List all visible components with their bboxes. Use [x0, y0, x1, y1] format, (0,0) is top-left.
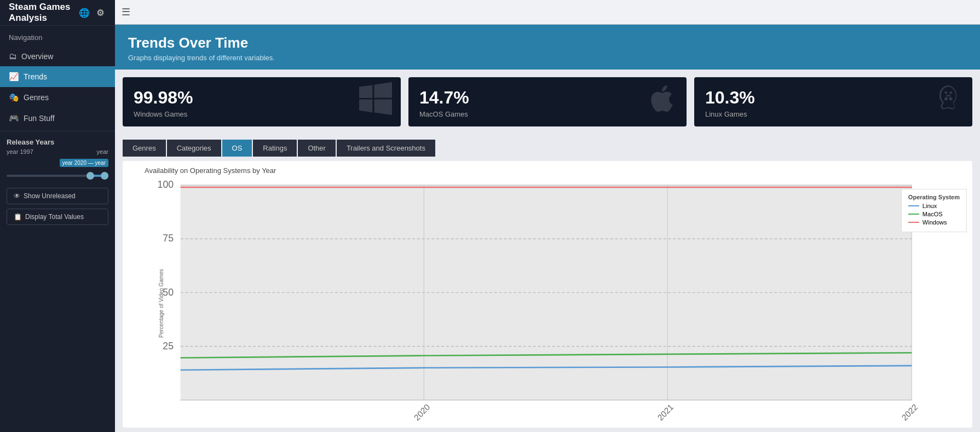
release-years-section: Release Years year 1997 year year 2020 —… [0, 131, 115, 186]
legend-label-macos: MacOS [923, 211, 943, 217]
stat-card-macos: 14.7% MacOS Games [408, 77, 687, 126]
settings-icon[interactable]: ⚙ [96, 8, 104, 18]
range-track [7, 175, 108, 177]
chart-svg: 100 75 50 25 2020 202 [139, 178, 967, 428]
stat-linux-info: 10.3% Linux Games [705, 88, 755, 118]
genres-icon: 🎭 [9, 93, 19, 102]
app-title: Steam Games Analysis 🌐 ⚙ [0, 0, 115, 26]
trends-icon: 📈 [9, 72, 19, 82]
linux-icon [932, 83, 964, 121]
legend-line-windows [908, 222, 919, 223]
tab-os[interactable]: OS [222, 140, 252, 157]
legend-label-windows: Windows [923, 219, 947, 226]
sidebar-item-trends-label: Trends [24, 72, 47, 81]
release-years-title: Release Years [7, 138, 108, 146]
show-unreleased-icon: 👁 [14, 192, 20, 200]
show-unreleased-button[interactable]: 👁 Show Unreleased [7, 188, 108, 204]
sidebar: Steam Games Analysis 🌐 ⚙ Navigation 🗂 Ov… [0, 0, 115, 432]
sidebar-item-overview[interactable]: 🗂 Overview [0, 46, 115, 66]
hamburger-icon[interactable]: ☰ [122, 6, 130, 18]
main-content: ☰ Trends Over Time Graphs displaying tre… [115, 0, 980, 432]
chart-wrap: Percentage of Video Games 100 75 50 [139, 178, 967, 428]
chart-legend: Operating System Linux MacOS Windows [901, 189, 967, 232]
page-subtitle: Graphs displaying trends of different va… [128, 54, 967, 62]
sidebar-item-genres-label: Genres [24, 93, 49, 102]
svg-text:25: 25 [163, 340, 174, 351]
y-axis-label: Percentage of Video Games [158, 269, 164, 337]
fun-stuff-icon: 🎮 [9, 113, 19, 123]
stat-windows-info: 99.98% Windows Games [134, 88, 193, 118]
release-year-max-label: year [97, 148, 108, 155]
show-unreleased-label: Show Unreleased [24, 192, 76, 200]
display-total-label: Display Total Values [25, 213, 84, 221]
svg-text:2021: 2021 [656, 402, 676, 422]
svg-text:50: 50 [163, 286, 174, 297]
release-years-range-labels: year 1997 year [7, 148, 108, 155]
chart-title: Availability on Operating Systems by Yea… [139, 166, 967, 175]
svg-text:100: 100 [158, 179, 174, 190]
page-title: Trends Over Time [128, 34, 967, 51]
windows-icon [359, 82, 392, 122]
nav-section-label: Navigation [0, 26, 115, 46]
chart-area: Availability on Operating Systems by Yea… [123, 161, 972, 428]
legend-item-macos: MacOS [908, 211, 960, 217]
apple-icon [646, 83, 678, 121]
release-year-min-label: year 1997 [7, 148, 33, 155]
overview-icon: 🗂 [9, 51, 17, 61]
legend-item-linux: Linux [908, 203, 960, 209]
svg-text:2020: 2020 [412, 402, 432, 422]
range-thumb-left[interactable] [87, 172, 94, 180]
sidebar-item-genres[interactable]: 🎭 Genres [0, 87, 115, 108]
tab-other[interactable]: Other [298, 140, 336, 157]
stat-card-linux: 10.3% Linux Games [694, 77, 972, 126]
app-title-text: Steam Games Analysis [9, 2, 74, 24]
range-thumb-right[interactable] [101, 172, 108, 180]
tab-categories[interactable]: Categories [167, 140, 221, 157]
legend-label-linux: Linux [923, 203, 937, 209]
stat-windows-label: Windows Games [134, 110, 193, 118]
legend-title: Operating System [908, 194, 960, 200]
stat-card-windows: 99.98% Windows Games [123, 77, 401, 126]
globe-icon[interactable]: 🌐 [79, 8, 90, 18]
legend-line-macos [908, 214, 919, 215]
sidebar-item-fun-stuff[interactable]: 🎮 Fun Stuff [0, 108, 115, 129]
tab-trailers[interactable]: Trailers and Screenshots [337, 140, 435, 157]
stat-linux-value: 10.3% [705, 88, 755, 108]
year-range-slider[interactable] [7, 175, 108, 177]
legend-line-linux [908, 205, 919, 206]
stat-macos-value: 14.7% [419, 88, 469, 108]
page-header: Trends Over Time Graphs displaying trend… [115, 25, 980, 70]
stat-linux-label: Linux Games [705, 110, 755, 118]
stats-row: 99.98% Windows Games 14.7% MacOS Games [115, 70, 980, 134]
sidebar-item-fun-stuff-label: Fun Stuff [24, 114, 55, 123]
sidebar-item-overview-label: Overview [21, 52, 53, 61]
stat-macos-info: 14.7% MacOS Games [419, 88, 469, 118]
stat-windows-value: 99.98% [134, 88, 193, 108]
svg-text:2022: 2022 [900, 402, 920, 422]
tab-genres[interactable]: Genres [123, 140, 166, 157]
tabs-row: Genres Categories OS Ratings Other Trail… [115, 134, 980, 157]
chart-svg-area: Percentage of Video Games 100 75 50 [139, 178, 967, 428]
svg-text:75: 75 [163, 233, 174, 244]
legend-item-windows: Windows [908, 219, 960, 226]
tab-ratings[interactable]: Ratings [253, 140, 297, 157]
stat-macos-label: MacOS Games [419, 110, 469, 118]
display-total-icon: 📋 [14, 213, 22, 221]
display-total-values-button[interactable]: 📋 Display Total Values [7, 209, 108, 225]
year-badge: year 2020 — year [60, 159, 109, 167]
topbar: ☰ [115, 0, 980, 25]
sidebar-item-trends[interactable]: 📈 Trends [0, 66, 115, 87]
